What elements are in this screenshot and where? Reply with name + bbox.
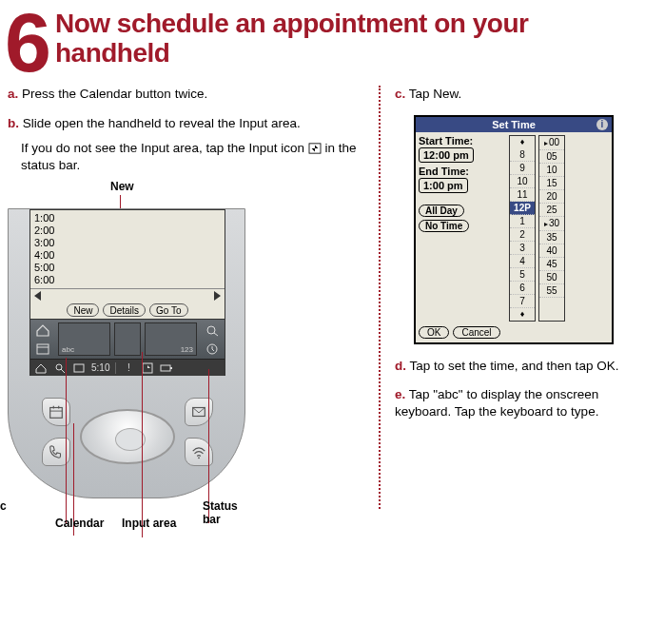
hour-option[interactable]: 3	[510, 242, 535, 255]
dialog-left-panel: Start Time: 12:00 pm End Time: 1:00 pm A…	[419, 135, 506, 322]
input-toggle-icon	[308, 143, 322, 154]
hour-option[interactable]: 11	[510, 188, 535, 202]
right-column: c. Tap New. Set Time i Start Time: 12:00…	[379, 86, 635, 509]
section-header: 6 Now schedule an appointment on your ha…	[0, 0, 645, 86]
home-icon[interactable]	[35, 323, 50, 337]
time-row: 1:00	[34, 212, 221, 224]
input-area: abc 123	[30, 319, 225, 359]
navigation-pad[interactable]	[80, 409, 175, 464]
hour-down-icon[interactable]: ♦	[510, 308, 535, 321]
minute-option[interactable]: 50	[539, 271, 564, 284]
calendar-time-list: 1:00 2:00 3:00 4:00 5:00 6:00	[30, 210, 225, 288]
minute-option[interactable]: 20	[539, 190, 564, 204]
minute-option[interactable]: 05	[539, 150, 564, 164]
info-icon[interactable]: i	[596, 119, 608, 130]
screen-button-row: New Details Go To	[30, 302, 225, 319]
graffiti-numbers[interactable]: 123	[145, 322, 197, 356]
date-nav-bar	[30, 288, 225, 302]
step-b: b. Slide open the handheld to reveal the…	[8, 115, 364, 175]
section-title: Now schedule an appointment on your hand…	[55, 10, 645, 68]
step-c-label: c.	[395, 87, 405, 101]
time-row: 4:00	[34, 249, 221, 262]
end-time-value[interactable]: 1:00 pm	[419, 178, 468, 193]
minute-option[interactable]: 35	[539, 231, 564, 244]
minute-option[interactable]: 10	[539, 164, 564, 177]
wifi-icon	[190, 443, 207, 460]
step-d-label: d.	[395, 359, 406, 373]
step-e-text: Tap "abc" to display the onscreen keyboa…	[395, 387, 598, 419]
minute-option[interactable]: 45	[539, 258, 564, 271]
ok-button[interactable]: OK	[419, 326, 449, 339]
hour-up-icon[interactable]: ♦	[510, 136, 535, 148]
hour-option[interactable]: 4	[510, 255, 535, 268]
find-icon[interactable]	[205, 323, 220, 337]
all-day-button[interactable]: All Day	[419, 205, 464, 217]
svg-rect-11	[170, 367, 172, 369]
minute-option[interactable]: 40	[539, 244, 564, 258]
sb-home-icon[interactable]	[34, 361, 48, 375]
hour-option[interactable]: 10	[510, 175, 535, 188]
time-row: 2:00	[34, 224, 221, 237]
sb-find-icon[interactable]	[53, 361, 67, 375]
input-right-icons	[200, 320, 225, 359]
num-label[interactable]: 123	[181, 345, 193, 354]
callout-abc-label: abc	[0, 499, 7, 513]
clock-icon[interactable]	[205, 342, 220, 356]
mail-icon	[190, 403, 207, 420]
input-left-icons	[30, 320, 55, 359]
step-a: a. Press the Calendar button twice.	[8, 86, 364, 103]
details-button[interactable]: Details	[103, 303, 146, 317]
no-time-button[interactable]: No Time	[419, 220, 469, 232]
hour-picker[interactable]: ♦ 8 9 10 11 12P 1 2 3 4 5 6 7 ♦	[509, 135, 536, 322]
step-number: 6	[5, 10, 46, 76]
sb-menu-icon[interactable]	[72, 361, 86, 375]
hour-option[interactable]: 7	[510, 295, 535, 308]
svg-rect-10	[161, 365, 170, 371]
minute-option[interactable]: 25	[539, 204, 564, 217]
minute-option[interactable]: 30	[539, 217, 564, 231]
step-a-text: Press the Calendar button twice.	[22, 87, 207, 101]
graffiti-caps[interactable]	[114, 322, 141, 356]
sb-time: 5:10	[91, 362, 109, 373]
sb-alert-icon[interactable]: !	[122, 361, 135, 375]
hour-option[interactable]: 6	[510, 282, 535, 295]
hour-option-selected[interactable]: 12P	[510, 202, 535, 215]
time-row: 5:00	[34, 262, 221, 274]
time-row: 6:00	[34, 274, 221, 286]
minute-option[interactable]: 55	[539, 284, 564, 298]
callout-inputarea-line	[142, 352, 143, 537]
sb-input-toggle-icon[interactable]	[141, 361, 154, 375]
step-e: e. Tap "abc" to display the onscreen key…	[395, 386, 635, 420]
handheld-illustration: New 1:00 2:00 3:00 4:00 5:00 6:00	[8, 185, 245, 509]
prev-day-icon[interactable]	[34, 291, 41, 301]
dialog-title-bar: Set Time i	[416, 117, 612, 132]
minute-option[interactable]: 15	[539, 177, 564, 190]
cancel-button[interactable]: Cancel	[453, 326, 499, 339]
step-b-label: b.	[8, 116, 19, 130]
svg-line-4	[214, 333, 218, 336]
minute-option[interactable]: 00	[539, 136, 564, 150]
graffiti-area[interactable]: abc 123	[55, 320, 200, 359]
step-b-note: If you do not see the Input area, tap th…	[21, 140, 364, 174]
svg-rect-1	[37, 344, 49, 354]
next-day-icon[interactable]	[214, 291, 221, 301]
end-time-label: End Time:	[419, 166, 506, 177]
graffiti-letters[interactable]: abc	[58, 322, 110, 356]
left-column: a. Press the Calendar button twice. b. S…	[8, 86, 379, 509]
callout-abc-line	[66, 358, 67, 524]
new-button[interactable]: New	[67, 303, 99, 317]
step-b-text: Slide open the handheld to reveal the In…	[23, 116, 301, 130]
abc-label[interactable]: abc	[62, 345, 74, 354]
hour-option[interactable]: 2	[510, 228, 535, 242]
hour-option[interactable]: 5	[510, 268, 535, 282]
time-row: 3:00	[34, 237, 221, 249]
sb-sys-icon[interactable]	[160, 361, 173, 375]
goto-button[interactable]: Go To	[149, 303, 188, 317]
hour-option[interactable]: 8	[510, 148, 535, 162]
menu-icon[interactable]	[35, 342, 50, 356]
minute-picker[interactable]: 00 05 10 15 20 25 30 35 40 45 50 55	[538, 135, 565, 322]
hour-option[interactable]: 1	[510, 215, 535, 228]
start-time-value[interactable]: 12:00 pm	[419, 147, 474, 163]
hour-option[interactable]: 9	[510, 162, 535, 175]
calendar-icon	[48, 403, 65, 420]
